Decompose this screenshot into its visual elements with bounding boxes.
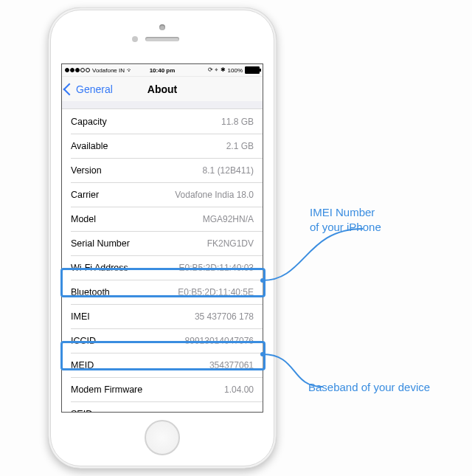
row-value: 354377061 <box>209 360 254 370</box>
row-label: Bluetooth <box>71 287 110 297</box>
row-label: Capacity <box>71 117 107 127</box>
about-row-available: Available2.1 GB <box>62 134 263 158</box>
row-label: Model <box>71 214 96 224</box>
row-label: Serial Number <box>71 238 130 249</box>
row-value: 89913014047076 <box>185 336 254 346</box>
home-button[interactable] <box>145 420 180 455</box>
back-button[interactable]: General <box>65 77 113 102</box>
phone-frame: Vodafone IN ᯤ 10:40 pm ⟳ ⌖ ✱ 100% Genera… <box>48 7 277 469</box>
row-value: 35 437706 178 <box>195 311 254 322</box>
chevron-right-icon: › <box>250 408 254 413</box>
row-value: 2.1 GB <box>226 141 254 151</box>
status-icons: ⟳ ⌖ ✱ <box>208 66 225 74</box>
row-label: IMEI <box>71 311 90 322</box>
about-row-version: Version8.1 (12B411) <box>62 158 263 182</box>
about-row-capacity: Capacity11.8 GB <box>62 109 263 134</box>
row-value: E0:B5:2D:11:40:5E <box>178 287 254 297</box>
row-value: 1.04.00 <box>224 384 254 395</box>
about-row-carrier: CarrierVodafone India 18.0 <box>62 182 263 207</box>
sensor-dot <box>132 36 138 42</box>
speaker-slot <box>145 37 179 41</box>
about-row-iccid: ICCID89913014047076 <box>62 328 263 353</box>
about-row-model: ModelMGA92HN/A <box>62 207 263 231</box>
imei-callout: IMEI Number of your iPhone <box>310 205 381 234</box>
row-label: Carrier <box>71 190 99 200</box>
row-value: FK2NG1DV <box>207 238 254 249</box>
wifi-icon: ᯤ <box>127 67 133 74</box>
row-value: 11.8 GB <box>221 117 254 127</box>
row-value: Vodafone India 18.0 <box>175 190 254 200</box>
phone-inner: Vodafone IN ᯤ 10:40 pm ⟳ ⌖ ✱ 100% Genera… <box>50 10 274 466</box>
baseband-callout: Baseband of your device <box>308 381 430 393</box>
about-row-bluetooth: BluetoothE0:B5:2D:11:40:5E <box>62 280 263 304</box>
signal-icon <box>65 68 90 72</box>
row-label: ICCID <box>71 336 96 346</box>
back-label: General <box>76 83 113 95</box>
row-label: MEID <box>71 360 94 370</box>
battery-pct: 100% <box>228 67 243 74</box>
about-content[interactable]: Capacity11.8 GBAvailable2.1 GBVersion8.1… <box>62 101 263 412</box>
about-row-imei: IMEI35 437706 178 <box>62 304 263 328</box>
status-bar: Vodafone IN ᯤ 10:40 pm ⟳ ⌖ ✱ 100% <box>62 64 263 77</box>
row-value: MGA92HN/A <box>203 214 254 224</box>
row-value: 8.1 (12B411) <box>203 165 254 176</box>
row-label: Available <box>71 141 108 151</box>
screen: Vodafone IN ᯤ 10:40 pm ⟳ ⌖ ✱ 100% Genera… <box>61 63 263 413</box>
page-title: About <box>148 83 177 95</box>
carrier-label: Vodafone IN <box>92 67 125 74</box>
about-row-seid[interactable]: SEID› <box>62 401 263 412</box>
row-label: Modem Firmware <box>71 384 142 395</box>
nav-bar: General About <box>62 77 263 103</box>
row-label: SEID <box>71 409 92 413</box>
about-row-serial-number: Serial NumberFK2NG1DV <box>62 231 263 255</box>
about-row-modem-firmware: Modem Firmware1.04.00 <box>62 377 263 401</box>
about-row-wi-fi-address: Wi-Fi AddressE0:B5:2D:11:40:03 <box>62 255 263 280</box>
about-row-meid: MEID354377061 <box>62 353 263 377</box>
about-group: Capacity11.8 GBAvailable2.1 GBVersion8.1… <box>62 108 263 412</box>
row-value: E0:B5:2D:11:40:03 <box>179 263 254 273</box>
chevron-left-icon <box>63 83 76 96</box>
camera-dot <box>159 24 165 30</box>
row-label: Version <box>71 165 102 176</box>
battery-icon <box>245 66 260 74</box>
row-label: Wi-Fi Address <box>71 263 128 273</box>
